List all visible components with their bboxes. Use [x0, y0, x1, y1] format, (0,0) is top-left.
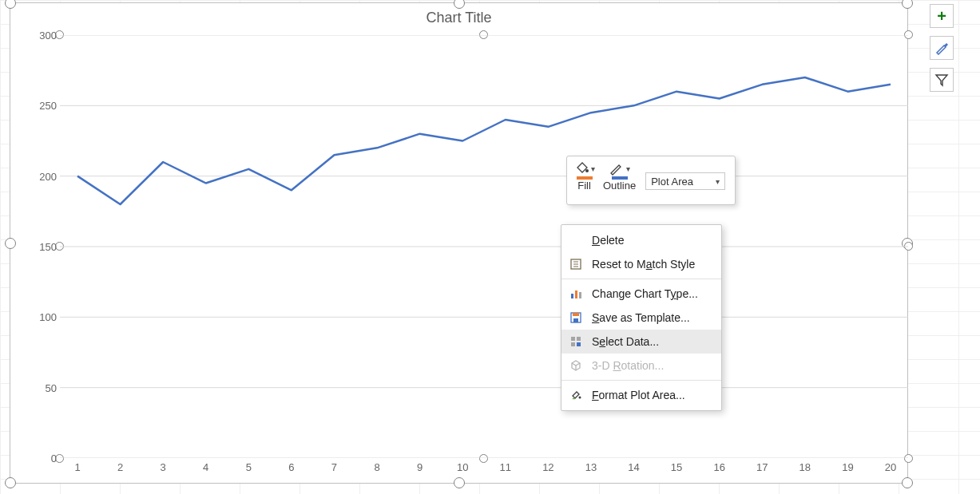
fmtpa-icon	[568, 387, 584, 403]
y-tick-label: 100	[39, 311, 57, 323]
mini-toolbar: ▾ Fill ▾ Outline Plot Area ▾	[566, 156, 736, 205]
cctype-icon	[568, 286, 584, 302]
menu-item-cctype[interactable]: Change Chart Type...	[561, 282, 721, 306]
x-tick-label: 13	[585, 461, 597, 473]
menu-item-label: 3-D Rotation...	[592, 359, 664, 372]
x-tick-label: 1	[74, 461, 80, 473]
svg-rect-19	[577, 337, 581, 341]
x-tick-label: 12	[542, 461, 553, 473]
x-axis-labels: 1234567891011121314151617181920	[60, 461, 908, 479]
seldata-icon	[568, 334, 584, 350]
outline-dropdown[interactable]: ▾ Outline	[603, 161, 636, 192]
menu-item-label: Format Plot Area...	[592, 389, 685, 401]
fill-dropdown[interactable]: ▾ Fill	[573, 161, 595, 192]
x-tick-label: 4	[203, 461, 208, 473]
menu-item-delete[interactable]: Delete	[561, 228, 721, 252]
menu-item-label: Change Chart Type...	[592, 287, 698, 300]
chart-canvas	[60, 35, 908, 458]
menu-item-savetpl[interactable]: Save as Template...	[561, 306, 721, 330]
y-tick-label: 150	[39, 241, 57, 253]
context-menu: DeleteReset to Match StyleChange Chart T…	[561, 224, 722, 411]
chart-filters-button[interactable]	[930, 68, 954, 92]
menu-separator	[561, 380, 721, 381]
x-tick-label: 17	[756, 461, 768, 473]
savetpl-icon	[568, 310, 584, 326]
chart-elements-button[interactable]: +	[930, 4, 954, 28]
sel-handle-tc[interactable]	[454, 0, 465, 9]
svg-rect-17	[573, 318, 578, 322]
svg-point-7	[585, 169, 589, 172]
x-tick-label: 15	[671, 461, 682, 473]
svg-rect-13	[575, 290, 577, 298]
y-tick-label: 200	[39, 170, 57, 182]
chart-element-picker[interactable]: Plot Area ▾	[645, 172, 725, 190]
svg-rect-18	[571, 337, 575, 341]
x-tick-label: 8	[374, 461, 379, 473]
menu-item-label: Select Data...	[592, 335, 659, 348]
x-tick-label: 10	[457, 461, 468, 473]
plot-area[interactable]: 050100150200250300 123456789101112131415…	[60, 35, 908, 458]
pen-icon	[609, 161, 625, 176]
sel-handle-tl[interactable]	[5, 0, 16, 9]
funnel-icon	[934, 73, 949, 87]
y-tick-label: 0	[51, 453, 57, 464]
menu-item-fmtpa[interactable]: Format Plot Area...	[561, 383, 721, 407]
menu-item-label: Delete	[592, 234, 624, 247]
paint-bucket-icon	[573, 161, 589, 176]
chart-title[interactable]: Chart Title	[10, 10, 907, 32]
x-tick-label: 20	[885, 461, 896, 473]
sel-handle-bc[interactable]	[454, 477, 465, 488]
svg-rect-14	[579, 292, 581, 298]
x-tick-label: 5	[246, 461, 252, 473]
chart-styles-button[interactable]	[930, 36, 954, 60]
blank-icon	[568, 232, 584, 248]
svg-point-22	[579, 397, 581, 399]
outline-label: Outline	[603, 180, 636, 192]
menu-item-seldata[interactable]: Select Data...	[561, 330, 721, 354]
rot3d-icon	[568, 358, 584, 373]
menu-item-label: Save as Template...	[592, 311, 690, 324]
x-tick-label: 18	[799, 461, 811, 473]
y-tick-label: 250	[39, 100, 57, 112]
reset-icon	[568, 256, 584, 272]
x-tick-label: 2	[117, 461, 123, 473]
menu-item-label: Reset to Match Style	[592, 258, 695, 271]
svg-rect-12	[571, 294, 573, 298]
plus-icon: +	[937, 8, 946, 24]
sel-handle-tr[interactable]	[902, 0, 913, 9]
sel-handle-bl[interactable]	[5, 477, 16, 488]
chart-element-picker-value: Plot Area	[651, 176, 693, 188]
y-tick-label: 50	[46, 381, 57, 393]
x-tick-label: 16	[713, 461, 724, 473]
y-tick-label: 300	[39, 30, 57, 41]
chart-object[interactable]: Chart Title 050100150200250300 123456789…	[10, 2, 908, 484]
svg-rect-16	[573, 313, 579, 316]
x-tick-label: 14	[628, 461, 639, 473]
x-tick-label: 11	[500, 461, 511, 473]
menu-item-rot3d: 3-D Rotation...	[561, 354, 721, 377]
x-tick-label: 9	[417, 461, 423, 473]
menu-item-reset[interactable]: Reset to Match Style	[561, 252, 721, 276]
x-tick-label: 6	[288, 461, 294, 473]
x-tick-label: 19	[842, 461, 853, 473]
brush-icon	[934, 41, 949, 55]
svg-rect-20	[571, 342, 575, 346]
menu-separator	[561, 279, 721, 279]
x-tick-label: 3	[161, 461, 166, 473]
svg-rect-21	[577, 342, 581, 346]
y-axis-labels: 050100150200250300	[25, 35, 57, 458]
fill-label: Fill	[577, 180, 591, 192]
sel-handle-ml[interactable]	[5, 238, 16, 249]
sel-handle-br[interactable]	[902, 477, 913, 488]
x-tick-label: 7	[331, 461, 337, 473]
chevron-down-icon: ▾	[716, 177, 720, 186]
